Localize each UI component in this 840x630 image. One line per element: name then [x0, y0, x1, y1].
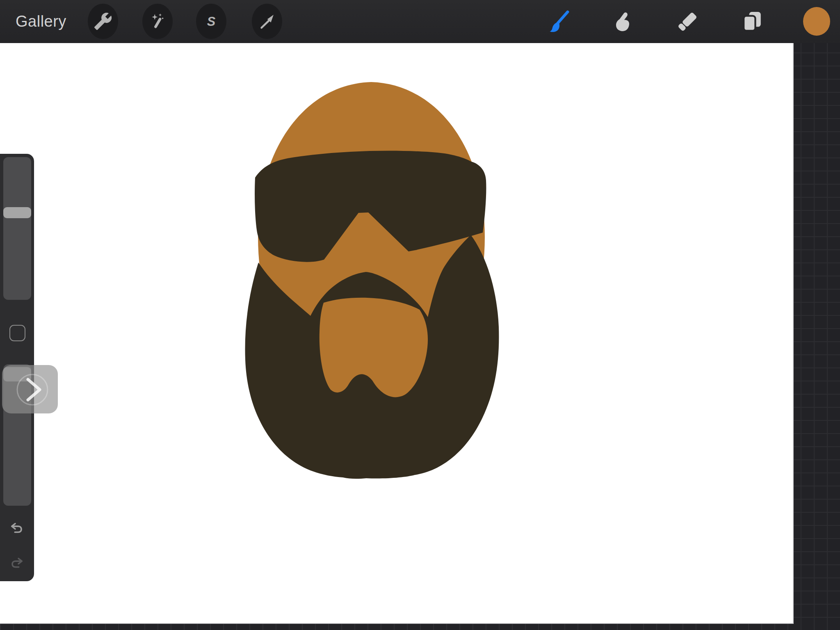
- eraser-icon: [675, 8, 701, 34]
- color-swatch[interactable]: [803, 7, 830, 36]
- selection-s-glyph: S: [207, 14, 216, 28]
- paint-tool-button[interactable]: [545, 8, 572, 35]
- gallery-button[interactable]: Gallery: [16, 0, 66, 43]
- layers-button[interactable]: [739, 8, 766, 35]
- selection-s-icon: S: [202, 12, 221, 31]
- brush-size-slider[interactable]: [3, 157, 31, 300]
- undo-button[interactable]: [8, 520, 25, 536]
- brush-size-handle[interactable]: [3, 207, 31, 218]
- paintbrush-icon: [545, 8, 571, 34]
- undo-icon: [8, 520, 25, 536]
- chevron-right-icon: [2, 365, 58, 413]
- transform-arrow-icon: [258, 12, 276, 31]
- magic-wand-icon: [148, 12, 167, 31]
- redo-button[interactable]: [9, 555, 25, 571]
- adjustments-button[interactable]: [142, 4, 173, 39]
- procreate-workspace: Gallery S: [0, 0, 840, 630]
- redo-icon: [9, 555, 25, 571]
- modify-button[interactable]: [9, 325, 25, 341]
- wrench-icon: [94, 12, 112, 31]
- transform-button[interactable]: [252, 4, 282, 39]
- smudge-finger-icon: [609, 8, 636, 34]
- actions-button[interactable]: [88, 4, 118, 39]
- sidebar-detach-handle[interactable]: [2, 365, 58, 413]
- selection-button[interactable]: S: [196, 4, 226, 39]
- erase-tool-button[interactable]: [674, 8, 701, 35]
- drawing-canvas[interactable]: [0, 43, 794, 624]
- artwork-mouth-skin: [320, 298, 428, 397]
- layers-icon: [739, 8, 765, 34]
- top-toolbar: Gallery S: [0, 0, 840, 43]
- gallery-label: Gallery: [16, 13, 66, 30]
- artwork-portrait: [0, 43, 793, 623]
- smudge-tool-button[interactable]: [609, 8, 636, 35]
